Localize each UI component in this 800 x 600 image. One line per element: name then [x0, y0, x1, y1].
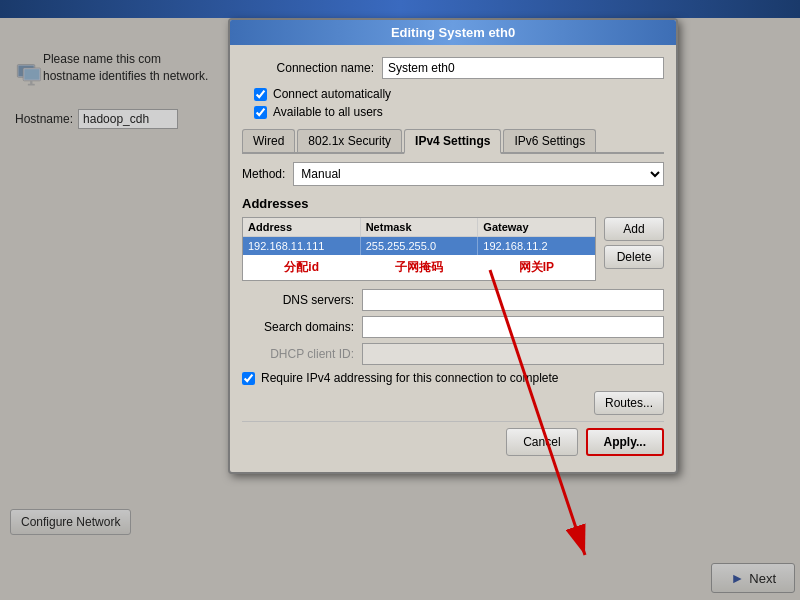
connection-name-input[interactable] — [382, 57, 664, 79]
tab-ipv4[interactable]: IPv4 Settings — [404, 129, 501, 154]
address-table: Address Netmask Gateway 192.168.11.111 2… — [242, 217, 596, 281]
addr-buttons: Add Delete — [604, 217, 664, 281]
dialog-titlebar: Editing System eth0 — [230, 20, 676, 45]
addresses-area: Address Netmask Gateway 192.168.11.111 2… — [242, 217, 664, 281]
method-row: Method: Manual Automatic (DHCP) — [242, 162, 664, 186]
addr-col-address: Address — [243, 218, 361, 236]
connect-auto-checkbox[interactable] — [254, 88, 267, 101]
editing-dialog: Editing System eth0 Connection name: Con… — [228, 18, 678, 474]
search-input[interactable] — [362, 316, 664, 338]
search-label: Search domains: — [242, 320, 362, 334]
tabs-bar: Wired 802.1x Security IPv4 Settings IPv6… — [242, 129, 664, 154]
tab-wired[interactable]: Wired — [242, 129, 295, 152]
delete-button[interactable]: Delete — [604, 245, 664, 269]
apply-button[interactable]: Apply... — [586, 428, 664, 456]
addr-header-row: Address Netmask Gateway — [243, 218, 595, 237]
annot-gateway: 网关IP — [478, 259, 595, 276]
ipv4-check-row: Require IPv4 addressing for this connect… — [242, 371, 664, 385]
search-row: Search domains: — [242, 316, 664, 338]
dhcp-input — [362, 343, 664, 365]
dialog-body: Connection name: Connect automatically A… — [230, 45, 676, 472]
available-users-checkbox[interactable] — [254, 106, 267, 119]
method-select[interactable]: Manual Automatic (DHCP) — [293, 162, 664, 186]
connect-auto-label: Connect automatically — [273, 87, 391, 101]
addr-cell-gateway: 192.168.11.2 — [478, 237, 595, 255]
addr-col-netmask: Netmask — [361, 218, 479, 236]
dialog-footer: Cancel Apply... — [242, 421, 664, 460]
annotation-row: 分配id 子网掩码 网关IP — [243, 255, 595, 280]
available-users-row: Available to all users — [254, 105, 664, 119]
dhcp-row: DHCP client ID: — [242, 343, 664, 365]
connection-name-label: Connection name: — [242, 61, 382, 75]
addr-cell-address: 192.168.11.111 — [243, 237, 361, 255]
tab-ipv6[interactable]: IPv6 Settings — [503, 129, 596, 152]
available-users-label: Available to all users — [273, 105, 383, 119]
dns-label: DNS servers: — [242, 293, 362, 307]
dns-input[interactable] — [362, 289, 664, 311]
ipv4-require-checkbox[interactable] — [242, 372, 255, 385]
annot-address: 分配id — [243, 259, 360, 276]
add-button[interactable]: Add — [604, 217, 664, 241]
ipv4-require-label: Require IPv4 addressing for this connect… — [261, 371, 559, 385]
routes-area: Routes... — [242, 391, 664, 415]
connection-name-row: Connection name: — [242, 57, 664, 79]
connect-auto-row: Connect automatically — [254, 87, 664, 101]
tab-8021x[interactable]: 802.1x Security — [297, 129, 402, 152]
top-bar — [0, 0, 800, 18]
cancel-button[interactable]: Cancel — [506, 428, 577, 456]
addr-cell-netmask: 255.255.255.0 — [361, 237, 479, 255]
addr-data-row[interactable]: 192.168.11.111 255.255.255.0 192.168.11.… — [243, 237, 595, 255]
addr-col-gateway: Gateway — [478, 218, 595, 236]
dns-row: DNS servers: — [242, 289, 664, 311]
dhcp-label: DHCP client ID: — [242, 347, 362, 361]
routes-button[interactable]: Routes... — [594, 391, 664, 415]
addresses-title: Addresses — [242, 196, 664, 211]
method-label: Method: — [242, 167, 285, 181]
annot-netmask: 子网掩码 — [360, 259, 477, 276]
